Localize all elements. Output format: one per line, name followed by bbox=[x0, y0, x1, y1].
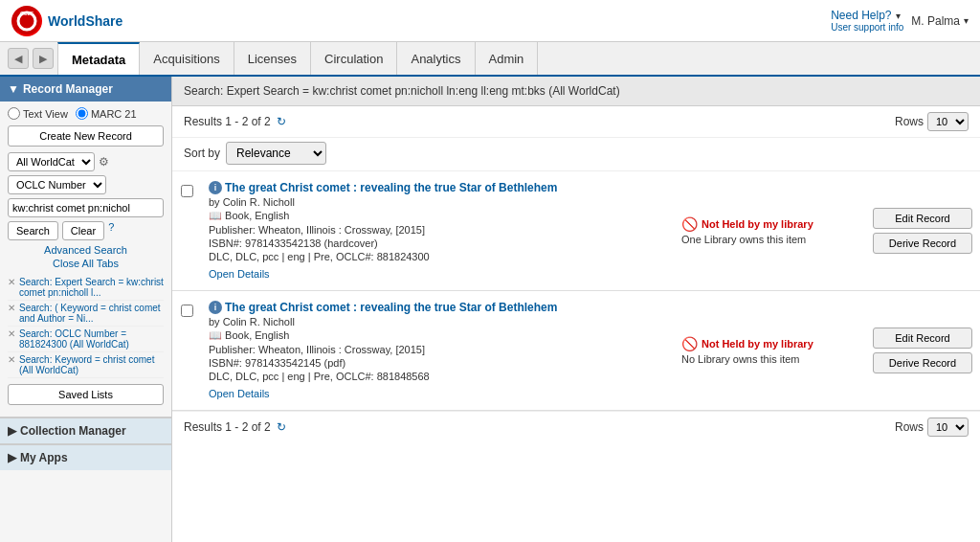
bottom-results-count-text: Results 1 - 2 of 2 bbox=[184, 420, 271, 434]
text-view-option[interactable]: Text View bbox=[8, 107, 68, 120]
refresh-icon[interactable]: ↻ bbox=[277, 115, 286, 128]
marc21-option[interactable]: MARC 21 bbox=[76, 107, 137, 120]
clear-button[interactable]: Clear bbox=[62, 221, 104, 240]
record-1-derive-button[interactable]: Derive Record bbox=[873, 233, 972, 254]
record-1-checkbox[interactable] bbox=[181, 185, 193, 197]
record-row-1: i The great Christ comet : revealing the… bbox=[172, 171, 980, 291]
search-header: Search: Expert Search = kw:christ comet … bbox=[172, 77, 980, 106]
advanced-search-link[interactable]: Advanced Search bbox=[8, 244, 164, 256]
record-1-type-text: Book, English bbox=[225, 210, 289, 221]
record-1-info: i The great Christ comet : revealing the… bbox=[201, 181, 674, 281]
search-field-select[interactable]: OCLC Number Keyword Expert Search bbox=[8, 175, 106, 194]
record-1-publisher: Publisher: Wheaton, Illinois : Crossway,… bbox=[209, 224, 666, 236]
record-2-oclc-info: DLC, DLC, pcc | eng | Pre, OCLC#: 881848… bbox=[209, 371, 666, 382]
record-1-actions: Edit Record Derive Record bbox=[865, 181, 980, 281]
history-item-1: ✕ Search: Expert Search = kw:christ come… bbox=[8, 275, 164, 301]
worldcat-select-row: All WorldCat ⚙ bbox=[8, 152, 164, 171]
record-1-isbn: ISBN#: 9781433542138 (hardcover) bbox=[209, 237, 666, 249]
remove-history-2-button[interactable]: ✕ bbox=[8, 303, 15, 313]
record-2-info-icon[interactable]: i bbox=[209, 301, 222, 314]
record-2-actions: Edit Record Derive Record bbox=[865, 301, 980, 400]
rows-per-page-select[interactable]: 10 25 50 bbox=[927, 112, 969, 131]
record-1-open-details-link[interactable]: Open Details bbox=[209, 268, 270, 280]
bottom-results-bar: Results 1 - 2 of 2 ↻ Rows 10 25 50 bbox=[172, 411, 980, 442]
saved-lists-button[interactable]: Saved Lists bbox=[8, 384, 164, 405]
my-apps-section: ▶ My Apps bbox=[0, 443, 171, 470]
help-icon[interactable]: ? bbox=[108, 221, 114, 240]
bottom-rows-select: Rows 10 25 50 bbox=[895, 418, 969, 437]
username-label: M. Palma bbox=[911, 14, 960, 28]
oclc-logo: OCLC bbox=[11, 6, 42, 36]
record-1-info-icon[interactable]: i bbox=[209, 181, 222, 194]
history-item-2: ✕ Search: ( Keyword = christ comet and A… bbox=[8, 301, 164, 327]
main-layout: ▼ Record Manager Text View MARC 21 Creat… bbox=[0, 77, 980, 542]
gear-icon[interactable]: ⚙ bbox=[99, 155, 109, 169]
search-field-select-row: OCLC Number Keyword Expert Search bbox=[8, 175, 164, 194]
record-2-library-count: No Library owns this item bbox=[681, 353, 858, 365]
remove-history-4-button[interactable]: ✕ bbox=[8, 354, 15, 365]
tab-metadata[interactable]: Metadata bbox=[57, 42, 140, 75]
logo-area: OCLC WorldShare bbox=[11, 6, 122, 36]
tab-licenses[interactable]: Licenses bbox=[234, 42, 311, 75]
collection-manager-expand-icon: ▶ bbox=[8, 424, 16, 438]
record-2-type: 📖 Book, English bbox=[209, 329, 666, 342]
record-1-edit-button[interactable]: Edit Record bbox=[873, 208, 972, 229]
tab-analytics[interactable]: Analytics bbox=[397, 42, 475, 75]
my-apps-header[interactable]: ▶ My Apps bbox=[0, 444, 171, 470]
not-held-icon-1: 🚫 bbox=[681, 216, 698, 232]
record-2-checkbox[interactable] bbox=[181, 305, 193, 317]
record-2-edit-button[interactable]: Edit Record bbox=[873, 327, 972, 349]
back-button[interactable]: ◀ bbox=[8, 48, 29, 69]
text-view-radio[interactable] bbox=[8, 107, 20, 120]
history-item-4-text[interactable]: Search: Keyword = christ comet (All Worl… bbox=[19, 354, 164, 375]
need-help-link[interactable]: Need Help? ▾ bbox=[831, 9, 903, 22]
sort-by-select[interactable]: Relevance Date Title bbox=[226, 142, 326, 165]
record-2-open-details-link[interactable]: Open Details bbox=[209, 388, 270, 399]
worldcat-select[interactable]: All WorldCat bbox=[8, 152, 95, 171]
record-2-publisher: Publisher: Wheaton, Illinois : Crossway,… bbox=[209, 344, 666, 355]
bottom-rows-per-page-select[interactable]: 10 25 50 bbox=[927, 418, 969, 437]
tab-admin[interactable]: Admin bbox=[476, 42, 539, 75]
record-manager-collapse-icon: ▼ bbox=[8, 82, 19, 96]
record-2-status: 🚫 Not Held by my library No Library owns… bbox=[674, 301, 865, 400]
record-manager-header[interactable]: ▼ Record Manager bbox=[0, 77, 171, 102]
svg-text:OCLC: OCLC bbox=[20, 11, 34, 16]
tab-circulation[interactable]: Circulation bbox=[311, 42, 397, 75]
search-input[interactable] bbox=[8, 198, 164, 217]
my-apps-label: My Apps bbox=[20, 451, 68, 464]
history-item-3: ✕ Search: OCLC Number = 881824300 (All W… bbox=[8, 327, 164, 352]
history-item-2-text[interactable]: Search: ( Keyword = christ comet and Aut… bbox=[19, 303, 164, 324]
book-icon-1: 📖 bbox=[209, 210, 222, 221]
rows-label: Rows bbox=[895, 115, 924, 128]
tab-acquisitions[interactable]: Acquisitions bbox=[140, 42, 234, 75]
user-chevron-icon: ▾ bbox=[964, 15, 969, 26]
search-button[interactable]: Search bbox=[8, 221, 58, 240]
bottom-rows-label: Rows bbox=[895, 420, 924, 434]
sort-bar: Sort by Relevance Date Title bbox=[172, 138, 980, 171]
close-all-tabs-link[interactable]: Close All Tabs bbox=[8, 258, 164, 269]
remove-history-1-button[interactable]: ✕ bbox=[8, 277, 15, 287]
sort-by-label: Sort by bbox=[184, 147, 220, 160]
view-options: Text View MARC 21 bbox=[8, 107, 164, 120]
forward-button[interactable]: ▶ bbox=[33, 48, 54, 69]
record-2-type-text: Book, English bbox=[225, 329, 289, 341]
collection-manager-header[interactable]: ▶ Collection Manager bbox=[0, 418, 171, 443]
history-item-3-text[interactable]: Search: OCLC Number = 881824300 (All Wor… bbox=[19, 328, 164, 350]
create-new-record-button[interactable]: Create New Record bbox=[8, 125, 164, 147]
record-2-checkbox-area bbox=[172, 301, 201, 400]
bottom-refresh-icon[interactable]: ↻ bbox=[277, 420, 286, 434]
remove-history-3-button[interactable]: ✕ bbox=[8, 328, 15, 339]
marc21-radio[interactable] bbox=[76, 107, 88, 120]
record-1-title[interactable]: The great Christ comet : revealing the t… bbox=[225, 181, 557, 194]
user-menu[interactable]: M. Palma ▾ bbox=[911, 14, 969, 28]
user-support-info[interactable]: User support info bbox=[831, 22, 903, 33]
record-2-author: by Colin R. Nicholl bbox=[209, 316, 666, 327]
record-2-title[interactable]: The great Christ comet : revealing the t… bbox=[225, 301, 557, 314]
history-item-1-text[interactable]: Search: Expert Search = kw:christ comet … bbox=[19, 277, 164, 298]
search-btn-row: Search Clear ? bbox=[8, 221, 164, 240]
record-2-derive-button[interactable]: Derive Record bbox=[873, 352, 972, 373]
rows-select: Rows 10 25 50 bbox=[895, 112, 969, 131]
my-apps-expand-icon: ▶ bbox=[8, 451, 16, 464]
record-1-not-held: 🚫 Not Held by my library bbox=[681, 216, 858, 232]
record-1-library-count: One Library owns this item bbox=[681, 234, 858, 245]
